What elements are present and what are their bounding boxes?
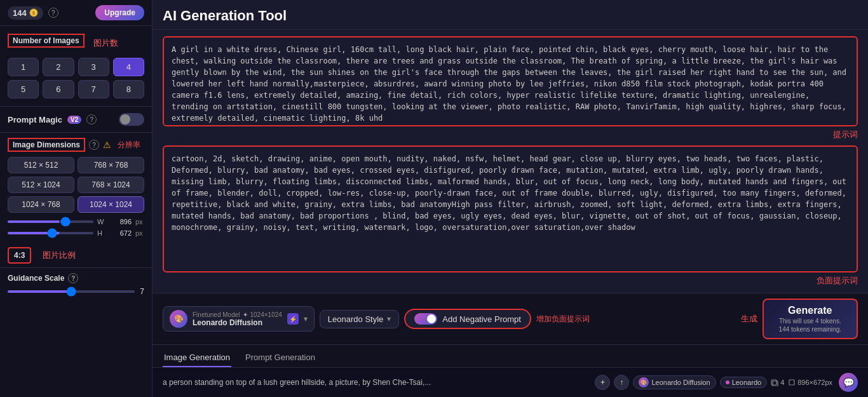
history-style: Leonardo: [732, 379, 762, 386]
neg-prompt-annotation: 增加负面提示词: [536, 314, 590, 325]
add-history-button[interactable]: +: [595, 375, 610, 390]
history-count: 4: [780, 379, 784, 386]
tab-image-generation[interactable]: Image Generation: [163, 349, 231, 367]
history-model-badge: 🎨 Leonardo Diffusion: [633, 375, 715, 389]
history-resolution: 896×672px: [797, 379, 832, 386]
history-style-badge: Leonardo: [720, 377, 768, 388]
model-type: Finetuned Model ✦ 1024×1024: [193, 311, 282, 318]
token-count: 144 $: [8, 6, 43, 20]
tab-prompt-generation[interactable]: Prompt Generation: [244, 349, 316, 367]
images-icon: [771, 379, 778, 386]
positive-prompt[interactable]: A girl in a white dress, Chinese girl, 1…: [163, 36, 858, 126]
prompt-magic-label: Prompt Magic: [8, 115, 62, 124]
main-content: AI Generation Tool A girl in a white dre…: [153, 0, 868, 397]
svg-rect-2: [771, 380, 776, 385]
guidance-help[interactable]: ?: [68, 273, 78, 283]
width-label: W: [97, 218, 105, 225]
num-btn-1[interactable]: 1: [8, 58, 39, 76]
style-chevron-icon: ▾: [387, 314, 391, 323]
dims-annotation: 分辨率: [118, 140, 140, 151]
model-avatar: 🎨: [170, 310, 187, 328]
generate-button[interactable]: Generate This will use 4 tokens. 144 tok…: [763, 299, 858, 339]
num-images-section: Number of Images 图片数 1 2 3 4 5 6 7 8: [0, 26, 152, 106]
negative-prompt[interactable]: cartoon, 2d, sketch, drawing, anime, ope…: [163, 145, 858, 273]
sidebar: 144 $ ? Upgrade Number of Images 图片数 1 2…: [0, 0, 153, 397]
warning-icon: ⚠: [103, 140, 111, 150]
neg-prompt-label: Add Negative Prompt: [442, 314, 521, 324]
width-slider[interactable]: [8, 220, 93, 223]
tabs-bar: Image Generation Prompt Generation: [153, 344, 868, 367]
num-images-annotation: 图片数: [93, 37, 118, 49]
neg-prompt-toggle[interactable]: Add Negative Prompt: [404, 309, 531, 329]
history-bar: a person standing on top of a lush green…: [153, 367, 868, 397]
style-label: Leonardo Style: [328, 314, 383, 324]
dim-512x512[interactable]: 512 × 512: [8, 157, 74, 173]
token-number: 144: [13, 8, 27, 18]
height-slider[interactable]: [8, 232, 93, 234]
history-model-avatar: 🎨: [639, 377, 649, 387]
num-btn-4[interactable]: 4: [113, 58, 144, 76]
neg-toggle-knob: [427, 314, 436, 323]
width-row: W 896 px: [8, 218, 144, 225]
num-btn-2[interactable]: 2: [43, 58, 74, 76]
upload-history-button[interactable]: ↑: [614, 375, 629, 390]
image-dimensions-label: Image Dimensions: [8, 138, 85, 152]
model-selector[interactable]: 🎨 Finetuned Model ✦ 1024×1024 Leonardo D…: [163, 306, 315, 332]
neg-toggle-slider: [414, 313, 437, 325]
height-unit: px: [135, 229, 144, 237]
coin-icon: $: [29, 8, 38, 17]
num-images-grid-2: 5 6 7 8: [8, 80, 144, 98]
chat-bubble-button[interactable]: 💬: [839, 373, 858, 392]
generate-sub2: 144 tokens remaining.: [779, 326, 841, 333]
num-images-grid: 1 2 3 4: [8, 58, 144, 76]
aspect-ratio-row: 4:3 图片比例: [0, 243, 152, 267]
height-label: H: [97, 229, 105, 237]
guidance-label-text: Guidance Scale: [8, 274, 64, 283]
dimensions-help[interactable]: ?: [89, 140, 99, 150]
guidance-value: 7: [140, 287, 144, 296]
aspect-ratio-box[interactable]: 4:3: [8, 247, 31, 264]
positive-annotation: 提示词: [163, 129, 858, 140]
image-dimensions-section: Image Dimensions ? ⚠ 分辨率 512 × 512 768 ×…: [0, 132, 152, 243]
num-images-label: Number of Images: [8, 34, 85, 48]
v2-badge: V2: [67, 116, 81, 124]
upgrade-button[interactable]: Upgrade: [95, 5, 144, 20]
width-unit: px: [135, 218, 144, 225]
model-name: Leonardo Diffusion: [193, 318, 282, 327]
num-btn-8[interactable]: 8: [113, 80, 144, 98]
style-selector[interactable]: Leonardo Style ▾: [320, 310, 399, 328]
history-resolution-badge: 896×672px: [788, 379, 832, 386]
history-model-name: Leonardo Diffusion: [651, 379, 710, 386]
history-text: a person standing on top of a lush green…: [163, 378, 588, 387]
num-btn-5[interactable]: 5: [8, 80, 39, 98]
dimensions-grid: 512 × 512 768 × 768 512 × 1024 768 × 102…: [8, 157, 144, 213]
prompt-area: A girl in a white dress, Chinese girl, 1…: [153, 30, 868, 293]
aspect-ratio-annotation: 图片比例: [43, 250, 76, 261]
generate-annotation: 生成: [741, 313, 757, 325]
history-count-badge: 4: [771, 379, 784, 386]
model-info: Finetuned Model ✦ 1024×1024 Leonardo Dif…: [193, 311, 282, 327]
dim-768x1024[interactable]: 768 × 1024: [78, 177, 144, 193]
dim-512x1024[interactable]: 512 × 1024: [8, 177, 74, 193]
page-title: AI Generation Tool: [153, 0, 868, 30]
dim-768x768[interactable]: 768 × 768: [78, 157, 144, 173]
dim-1024x1024[interactable]: 1024 × 1024: [78, 196, 144, 213]
prompt-magic-toggle[interactable]: [119, 113, 144, 126]
prompt-magic-row: Prompt Magic V2 ?: [0, 106, 152, 132]
num-btn-7[interactable]: 7: [78, 80, 109, 98]
dot-icon: [726, 380, 729, 384]
svg-rect-3: [773, 381, 778, 386]
prompt-magic-help[interactable]: ?: [86, 114, 97, 124]
guidance-slider[interactable]: [8, 290, 135, 293]
num-btn-3[interactable]: 3: [78, 58, 109, 76]
negative-annotation: 负面提示词: [163, 275, 858, 286]
dim-1024x768[interactable]: 1024 × 768: [8, 196, 74, 213]
help-icon[interactable]: ?: [48, 8, 58, 18]
svg-text:$: $: [32, 11, 35, 16]
num-btn-6[interactable]: 6: [43, 80, 74, 98]
bottom-bar: 🎨 Finetuned Model ✦ 1024×1024 Leonardo D…: [153, 293, 868, 344]
height-value: 672: [109, 229, 132, 237]
chevron-down-icon: ▾: [304, 314, 308, 323]
history-actions: + ↑ 🎨 Leonardo Diffusion Leonardo 4 896×…: [595, 375, 832, 390]
generate-sub1: This will use 4 tokens.: [779, 318, 841, 325]
